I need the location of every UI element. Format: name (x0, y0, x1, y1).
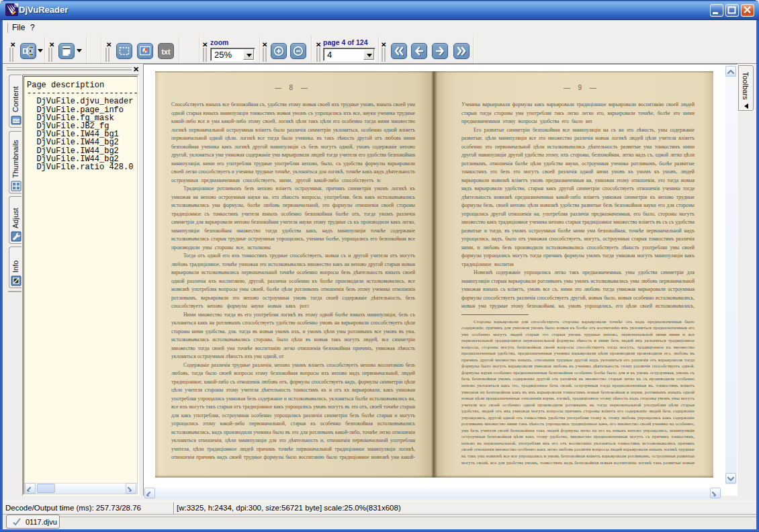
svg-text:txt: txt (162, 48, 171, 56)
